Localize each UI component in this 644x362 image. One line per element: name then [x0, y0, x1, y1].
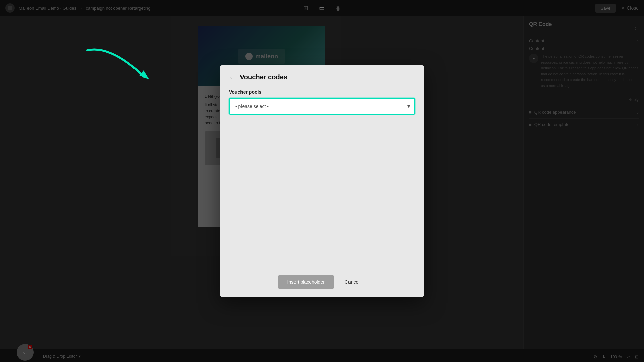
modal-empty-space [220, 123, 424, 267]
modal-back-button[interactable]: ← [229, 74, 236, 81]
insert-placeholder-button[interactable]: Insert placeholder [278, 275, 334, 289]
modal-title: Voucher codes [240, 73, 287, 81]
cancel-button[interactable]: Cancel [338, 275, 366, 289]
modal-footer: Insert placeholder Cancel [220, 267, 424, 297]
voucher-codes-modal: ← Voucher codes Voucher pools - please s… [220, 65, 424, 297]
voucher-pools-label: Voucher pools [229, 89, 415, 95]
modal-header: ← Voucher codes [220, 65, 424, 86]
voucher-pools-select[interactable]: - please select - [229, 98, 415, 115]
select-wrapper: - please select - ▼ [229, 98, 415, 115]
modal-body: Voucher pools - please select - ▼ [220, 86, 424, 123]
